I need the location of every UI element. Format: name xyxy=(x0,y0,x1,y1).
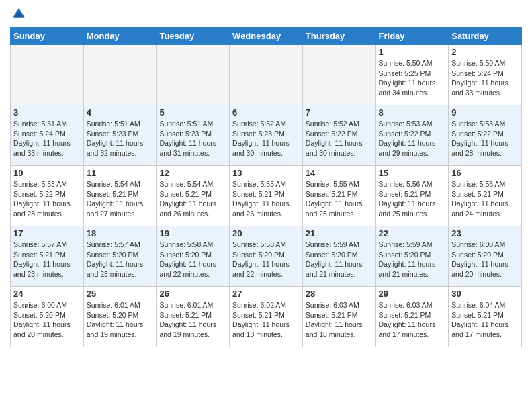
weekday-monday: Monday xyxy=(83,28,157,45)
weekday-wednesday: Wednesday xyxy=(230,28,303,45)
day-cell: 3Sunrise: 5:51 AM Sunset: 5:24 PM Daylig… xyxy=(11,105,84,166)
day-info: Sunrise: 5:59 AM Sunset: 5:20 PM Dayligh… xyxy=(306,240,373,279)
day-info: Sunrise: 5:57 AM Sunset: 5:20 PM Dayligh… xyxy=(87,240,154,279)
day-number: 24 xyxy=(13,289,81,299)
logo-icon xyxy=(11,7,26,21)
day-number: 14 xyxy=(306,168,373,178)
day-info: Sunrise: 5:55 AM Sunset: 5:21 PM Dayligh… xyxy=(306,179,373,219)
day-number: 7 xyxy=(306,107,373,118)
day-number: 2 xyxy=(451,47,519,57)
logo xyxy=(10,7,26,21)
day-info: Sunrise: 6:02 AM Sunset: 5:21 PM Dayligh… xyxy=(232,300,300,340)
day-cell xyxy=(11,45,84,105)
weekday-tuesday: Tuesday xyxy=(157,28,230,45)
day-cell: 20Sunrise: 5:58 AM Sunset: 5:20 PM Dayli… xyxy=(230,226,303,287)
day-cell: 12Sunrise: 5:54 AM Sunset: 5:21 PM Dayli… xyxy=(157,166,230,226)
day-number: 29 xyxy=(379,289,446,299)
day-number: 15 xyxy=(379,168,446,178)
day-info: Sunrise: 5:53 AM Sunset: 5:22 PM Dayligh… xyxy=(451,119,519,158)
day-cell xyxy=(302,45,375,105)
day-info: Sunrise: 5:50 AM Sunset: 5:25 PM Dayligh… xyxy=(379,58,446,98)
day-number: 8 xyxy=(379,107,446,118)
day-cell: 27Sunrise: 6:02 AM Sunset: 5:21 PM Dayli… xyxy=(230,287,303,347)
day-cell: 1Sunrise: 5:50 AM Sunset: 5:25 PM Daylig… xyxy=(375,45,449,105)
weekday-sunday: Sunday xyxy=(11,28,84,45)
week-row-0: 1Sunrise: 5:50 AM Sunset: 5:25 PM Daylig… xyxy=(11,45,522,105)
day-cell: 11Sunrise: 5:54 AM Sunset: 5:21 PM Dayli… xyxy=(83,166,157,226)
day-info: Sunrise: 6:03 AM Sunset: 5:21 PM Dayligh… xyxy=(379,300,446,340)
day-info: Sunrise: 5:56 AM Sunset: 5:21 PM Dayligh… xyxy=(379,179,446,219)
day-info: Sunrise: 5:51 AM Sunset: 5:23 PM Dayligh… xyxy=(159,119,226,158)
day-cell: 29Sunrise: 6:03 AM Sunset: 5:21 PM Dayli… xyxy=(375,287,449,347)
day-cell: 19Sunrise: 5:58 AM Sunset: 5:20 PM Dayli… xyxy=(157,226,230,287)
header xyxy=(10,7,522,21)
day-cell: 13Sunrise: 5:55 AM Sunset: 5:21 PM Dayli… xyxy=(230,166,303,226)
day-number: 21 xyxy=(306,228,373,238)
week-row-3: 17Sunrise: 5:57 AM Sunset: 5:21 PM Dayli… xyxy=(11,226,522,287)
day-info: Sunrise: 5:50 AM Sunset: 5:24 PM Dayligh… xyxy=(451,58,519,98)
day-cell: 14Sunrise: 5:55 AM Sunset: 5:21 PM Dayli… xyxy=(302,166,375,226)
day-cell: 18Sunrise: 5:57 AM Sunset: 5:20 PM Dayli… xyxy=(83,226,157,287)
day-number: 6 xyxy=(232,107,300,118)
day-number: 27 xyxy=(232,289,300,299)
day-number: 1 xyxy=(379,47,446,57)
day-number: 11 xyxy=(87,168,154,178)
weekday-friday: Friday xyxy=(375,28,449,45)
day-cell xyxy=(83,45,157,105)
day-cell: 6Sunrise: 5:52 AM Sunset: 5:23 PM Daylig… xyxy=(230,105,303,166)
day-info: Sunrise: 5:53 AM Sunset: 5:22 PM Dayligh… xyxy=(379,119,446,158)
day-number: 17 xyxy=(13,228,81,238)
day-cell: 15Sunrise: 5:56 AM Sunset: 5:21 PM Dayli… xyxy=(375,166,449,226)
day-info: Sunrise: 6:01 AM Sunset: 5:20 PM Dayligh… xyxy=(87,300,154,340)
day-cell: 4Sunrise: 5:51 AM Sunset: 5:23 PM Daylig… xyxy=(83,105,157,166)
week-row-2: 10Sunrise: 5:53 AM Sunset: 5:22 PM Dayli… xyxy=(11,166,522,226)
day-number: 25 xyxy=(87,289,154,299)
calendar-table: SundayMondayTuesdayWednesdayThursdayFrid… xyxy=(10,27,522,347)
day-number: 30 xyxy=(451,289,519,299)
day-number: 22 xyxy=(379,228,446,238)
day-cell: 17Sunrise: 5:57 AM Sunset: 5:21 PM Dayli… xyxy=(11,226,84,287)
day-info: Sunrise: 5:55 AM Sunset: 5:21 PM Dayligh… xyxy=(232,179,300,219)
day-info: Sunrise: 6:01 AM Sunset: 5:21 PM Dayligh… xyxy=(159,300,226,340)
day-number: 3 xyxy=(13,107,81,118)
day-cell: 24Sunrise: 6:00 AM Sunset: 5:20 PM Dayli… xyxy=(11,287,84,347)
day-cell: 2Sunrise: 5:50 AM Sunset: 5:24 PM Daylig… xyxy=(449,45,522,105)
day-number: 10 xyxy=(13,168,81,178)
day-info: Sunrise: 5:53 AM Sunset: 5:22 PM Dayligh… xyxy=(13,179,81,219)
day-number: 19 xyxy=(159,228,226,238)
day-number: 20 xyxy=(232,228,300,238)
page: SundayMondayTuesdayWednesdayThursdayFrid… xyxy=(0,0,532,357)
day-info: Sunrise: 5:54 AM Sunset: 5:21 PM Dayligh… xyxy=(159,179,226,219)
day-cell xyxy=(230,45,303,105)
day-number: 5 xyxy=(159,107,226,118)
day-cell: 25Sunrise: 6:01 AM Sunset: 5:20 PM Dayli… xyxy=(83,287,157,347)
day-number: 9 xyxy=(451,107,519,118)
day-number: 18 xyxy=(87,228,154,238)
day-info: Sunrise: 5:57 AM Sunset: 5:21 PM Dayligh… xyxy=(13,240,81,279)
day-info: Sunrise: 5:51 AM Sunset: 5:24 PM Dayligh… xyxy=(13,119,81,158)
day-cell: 5Sunrise: 5:51 AM Sunset: 5:23 PM Daylig… xyxy=(157,105,230,166)
day-cell: 21Sunrise: 5:59 AM Sunset: 5:20 PM Dayli… xyxy=(302,226,375,287)
week-row-4: 24Sunrise: 6:00 AM Sunset: 5:20 PM Dayli… xyxy=(11,287,522,347)
day-cell xyxy=(157,45,230,105)
day-info: Sunrise: 6:04 AM Sunset: 5:21 PM Dayligh… xyxy=(451,300,519,340)
week-row-1: 3Sunrise: 5:51 AM Sunset: 5:24 PM Daylig… xyxy=(11,105,522,166)
day-number: 13 xyxy=(232,168,300,178)
day-info: Sunrise: 6:00 AM Sunset: 5:20 PM Dayligh… xyxy=(13,300,81,340)
day-info: Sunrise: 5:59 AM Sunset: 5:20 PM Dayligh… xyxy=(379,240,446,279)
day-number: 16 xyxy=(451,168,519,178)
day-cell: 26Sunrise: 6:01 AM Sunset: 5:21 PM Dayli… xyxy=(157,287,230,347)
day-number: 26 xyxy=(159,289,226,299)
day-number: 4 xyxy=(87,107,154,118)
weekday-saturday: Saturday xyxy=(449,28,522,45)
day-info: Sunrise: 5:52 AM Sunset: 5:23 PM Dayligh… xyxy=(232,119,300,158)
day-info: Sunrise: 6:03 AM Sunset: 5:21 PM Dayligh… xyxy=(306,300,373,340)
day-cell: 7Sunrise: 5:52 AM Sunset: 5:22 PM Daylig… xyxy=(302,105,375,166)
day-cell: 28Sunrise: 6:03 AM Sunset: 5:21 PM Dayli… xyxy=(302,287,375,347)
day-cell: 10Sunrise: 5:53 AM Sunset: 5:22 PM Dayli… xyxy=(11,166,84,226)
day-info: Sunrise: 5:51 AM Sunset: 5:23 PM Dayligh… xyxy=(87,119,154,158)
day-cell: 23Sunrise: 6:00 AM Sunset: 5:20 PM Dayli… xyxy=(449,226,522,287)
weekday-header-row: SundayMondayTuesdayWednesdayThursdayFrid… xyxy=(11,28,522,45)
day-info: Sunrise: 5:58 AM Sunset: 5:20 PM Dayligh… xyxy=(159,240,226,279)
day-number: 28 xyxy=(306,289,373,299)
